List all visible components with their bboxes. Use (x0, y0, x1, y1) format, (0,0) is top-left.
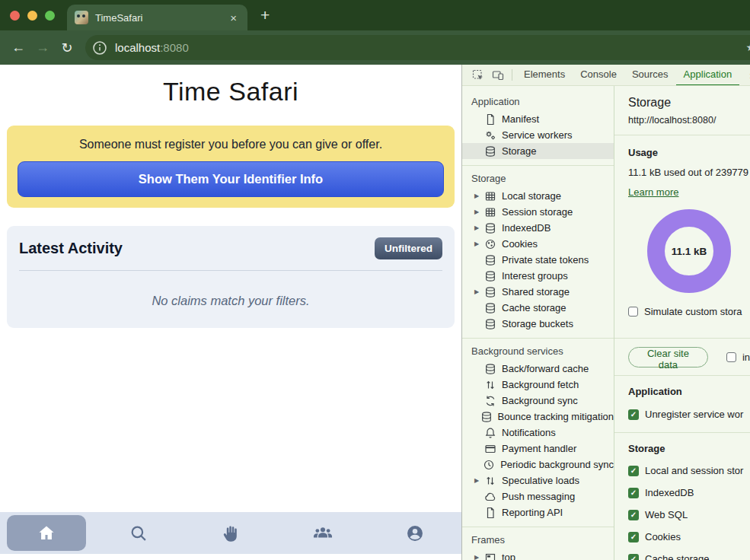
nav-home[interactable] (0, 512, 92, 554)
tree-item-background-fetch[interactable]: Background fetch (462, 377, 614, 393)
unregister-service-workers-row[interactable]: ✓ Unregister service wor (628, 409, 750, 420)
expand-caret-icon[interactable]: ▶ (474, 477, 484, 484)
clear-site-data-button[interactable]: Clear site data (628, 347, 708, 368)
usage-donut-chart: 11.1 kB (647, 209, 731, 293)
cookie-icon (484, 238, 496, 250)
tree-item-reporting-api[interactable]: Reporting API (462, 504, 614, 520)
nav-projects[interactable] (184, 512, 276, 554)
websql-row[interactable]: ✓ Web SQL (628, 509, 750, 520)
donut-label: 11.1 kB (672, 246, 707, 257)
tree-item-cache-storage[interactable]: Cache storage (462, 300, 614, 316)
browser-tab[interactable]: TimeSafari × (67, 5, 247, 30)
close-tab-icon[interactable]: × (227, 11, 240, 25)
checkbox-checked-icon[interactable]: ✓ (628, 488, 639, 498)
tree-item-private-state-tokens[interactable]: Private state tokens (462, 252, 614, 268)
cookies-label: Cookies (645, 531, 681, 542)
window-controls (0, 11, 55, 21)
tree-item-manifest[interactable]: Manifest (462, 111, 614, 127)
tab-console[interactable]: Console (573, 65, 624, 86)
profile-icon (405, 523, 425, 543)
include-cookies-label: in (742, 352, 750, 363)
devtools-panel: Elements Console Sources Application » A… (461, 65, 750, 560)
checkbox-unchecked-icon[interactable] (726, 352, 736, 362)
learn-more-link[interactable]: Learn more (628, 186, 678, 198)
expand-caret-icon[interactable]: ▶ (474, 554, 484, 560)
tree-item-background-sync[interactable]: Background sync (462, 393, 614, 409)
simulate-quota-row[interactable]: Simulate custom stora (628, 306, 750, 317)
unfiltered-button[interactable]: Unfiltered (375, 237, 442, 259)
new-tab-button[interactable]: + (256, 5, 274, 26)
nav-search[interactable] (92, 512, 184, 554)
tree-item-interest-groups[interactable]: Interest groups (462, 268, 614, 284)
checkbox-checked-icon[interactable]: ✓ (628, 532, 639, 542)
checkbox-checked-icon[interactable]: ✓ (628, 510, 639, 520)
zoom-window-button[interactable] (45, 11, 55, 21)
site-info-icon[interactable] (92, 40, 107, 56)
card-icon (484, 443, 496, 455)
gears-icon (484, 129, 496, 142)
tree-item-bounce-tracking[interactable]: Bounce tracking mitigation (462, 409, 614, 425)
nav-contacts[interactable] (277, 512, 369, 554)
close-window-button[interactable] (10, 11, 20, 21)
tree-header-frames: Frames (462, 527, 614, 549)
tab-application[interactable]: Application (676, 65, 740, 86)
device-toolbar-icon[interactable] (492, 69, 504, 81)
tree-item-top-frame[interactable]: ▶top (462, 549, 614, 560)
checkbox-checked-icon[interactable]: ✓ (628, 466, 639, 476)
database-icon (484, 270, 496, 282)
storage-heading: Storage (628, 443, 750, 454)
tab-sources[interactable]: Sources (624, 65, 676, 86)
checkbox-unchecked-icon[interactable] (628, 307, 638, 317)
expand-caret-icon[interactable]: ▶ (474, 240, 484, 247)
latest-activity-card: Latest Activity Unfiltered No claims mat… (7, 226, 455, 328)
tree-item-back-forward-cache[interactable]: Back/forward cache (462, 361, 614, 377)
reload-button[interactable]: ↻ (55, 40, 79, 56)
expand-caret-icon[interactable]: ▶ (474, 208, 484, 215)
application-heading: Application (628, 386, 750, 397)
expand-caret-icon[interactable]: ▶ (474, 224, 484, 231)
empty-claims-message: No claims match your filters. (19, 294, 442, 308)
tab-title: TimeSafari (95, 12, 142, 24)
unregister-label: Unregister service wor (645, 409, 743, 420)
nav-home-active-pill[interactable] (7, 515, 86, 551)
tree-header-storage: Storage (462, 166, 614, 188)
divider (19, 270, 442, 271)
tree-item-notifications[interactable]: Notifications (462, 425, 614, 441)
tree-item-service-workers[interactable]: Service workers (462, 127, 614, 143)
local-session-storage-row[interactable]: ✓ Local and session stor (628, 465, 750, 476)
application-tree: Application Manifest Service workers Sto… (462, 86, 614, 560)
tree-item-payment-handler[interactable]: Payment handler (462, 441, 614, 457)
tree-item-cookies[interactable]: ▶Cookies (462, 236, 614, 252)
forward-button[interactable]: → (30, 40, 55, 56)
tree-item-storage-buckets[interactable]: Storage buckets (462, 316, 614, 332)
tree-item-storage[interactable]: Storage (462, 143, 614, 159)
address-bar[interactable]: localhost:8080 ★ (85, 35, 750, 60)
cache-storage-row[interactable]: ✓ Cache storage (628, 553, 750, 560)
bookmark-star-icon[interactable]: ★ (745, 41, 750, 53)
tree-item-shared-storage[interactable]: ▶Shared storage (462, 284, 614, 300)
bottom-navigation (0, 512, 461, 554)
database-icon (484, 222, 496, 234)
nav-account[interactable] (369, 512, 461, 554)
checkbox-checked-icon[interactable]: ✓ (628, 409, 639, 420)
minimize-window-button[interactable] (27, 11, 37, 21)
show-identifier-info-button[interactable]: Show Them Your Identifier Info (18, 161, 444, 197)
back-button[interactable]: ← (6, 40, 30, 56)
checkbox-checked-icon[interactable]: ✓ (628, 554, 639, 560)
tree-item-session-storage[interactable]: ▶Session storage (462, 204, 614, 220)
tree-item-speculative-loads[interactable]: ▶Speculative loads (462, 473, 614, 488)
inspect-element-icon[interactable] (472, 69, 484, 81)
include-cookies-row[interactable]: in (726, 352, 750, 363)
expand-caret-icon[interactable]: ▶ (474, 192, 484, 199)
tree-item-local-storage[interactable]: ▶Local storage (462, 188, 614, 204)
tree-item-indexeddb[interactable]: ▶IndexedDB (462, 220, 614, 236)
browser-window: TimeSafari × + ← → ↻ localhost:8080 ★ Ti… (0, 0, 750, 560)
tab-elements[interactable]: Elements (516, 65, 573, 86)
tree-item-push-messaging[interactable]: Push messaging (462, 488, 614, 504)
tree-item-periodic-background-sync[interactable]: Periodic background sync (462, 457, 614, 473)
cookies-row[interactable]: ✓ Cookies (628, 531, 750, 542)
storage-panel: Storage http://localhost:8080/ Usage 11.… (614, 86, 750, 560)
indexeddb-row[interactable]: ✓ IndexedDB (628, 487, 750, 498)
devtools-toolbar: Elements Console Sources Application » (462, 65, 750, 86)
expand-caret-icon[interactable]: ▶ (474, 288, 484, 295)
